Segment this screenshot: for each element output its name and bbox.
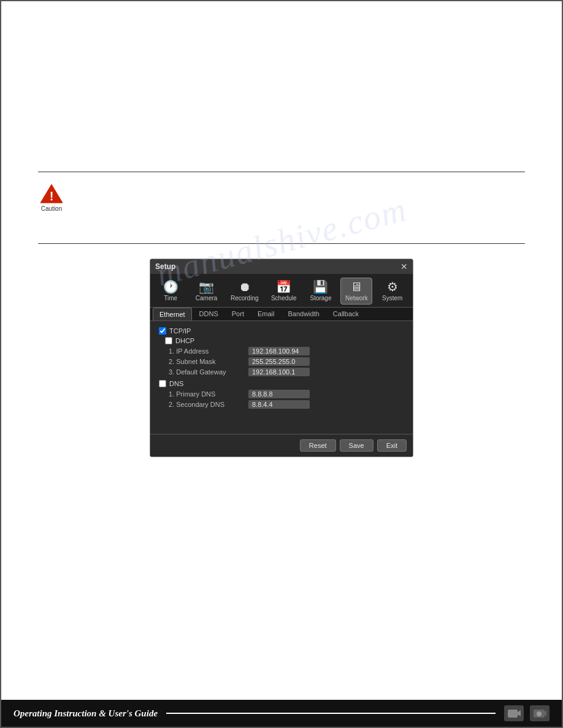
subnet-mask-value: 255.255.255.0: [248, 357, 310, 366]
bottom-section: Setup ✕ 🕐 Time 📷 Camera ⏺ Recording: [38, 259, 525, 457]
bottom-divider: [38, 243, 525, 244]
reset-button[interactable]: Reset: [300, 439, 336, 452]
setup-toolbar: 🕐 Time 📷 Camera ⏺ Recording 📅 Schedule 💾: [150, 274, 413, 308]
caution-label: Caution: [41, 205, 62, 212]
setup-title: Setup: [155, 262, 175, 271]
tab-callback[interactable]: Callback: [327, 308, 365, 320]
storage-icon: 💾: [313, 281, 328, 293]
primary-dns-number: 1. Primary DNS: [169, 390, 248, 398]
toolbar-item-time[interactable]: 🕐 Time: [155, 278, 186, 305]
secondary-dns-row: 2. Secondary DNS 8.8.4.4: [159, 400, 404, 409]
ip-address-value: 192.168.100.94: [248, 347, 310, 355]
svg-marker-5: [545, 710, 546, 716]
exit-button[interactable]: Exit: [377, 439, 407, 452]
ip-address-row: 1. IP Address 192.168.100.94: [159, 347, 404, 355]
dhcp-row: DHCP: [159, 337, 404, 344]
footer-title: Operating Instruction & User's Guide: [13, 708, 158, 719]
setup-content: TCP/IP DHCP 1. IP Address 192.168.100.94…: [150, 321, 413, 434]
tab-bandwidth[interactable]: Bandwidth: [282, 308, 325, 320]
camera-icon: 📷: [199, 281, 214, 293]
tcpip-checkbox[interactable]: [159, 327, 166, 335]
tcpip-row: TCP/IP: [159, 327, 404, 335]
subnet-mask-row: 2. Subnet Mask 255.255.255.0: [159, 357, 404, 366]
footer-bar: Operating Instruction & User's Guide: [1, 700, 562, 727]
toolbar-label-camera: Camera: [196, 295, 218, 301]
svg-point-6: [537, 711, 542, 716]
toolbar-item-system[interactable]: ⚙ System: [377, 278, 408, 305]
system-icon: ⚙: [387, 281, 398, 293]
toolbar-label-system: System: [382, 295, 402, 301]
setup-footer: Reset Save Exit: [150, 434, 413, 457]
primary-dns-value: 8.8.8.8: [248, 390, 310, 398]
clock-icon: 🕐: [163, 281, 178, 293]
close-button[interactable]: ✕: [400, 262, 408, 271]
tab-ethernet[interactable]: Ethernet: [153, 308, 192, 320]
caution-icon-wrap: ! Caution: [38, 183, 65, 212]
footer-icons: [504, 705, 550, 721]
recording-icon: ⏺: [239, 281, 251, 293]
network-icon: 🖥: [350, 281, 362, 293]
toolbar-item-network[interactable]: 🖥 Network: [340, 278, 372, 305]
toolbar-item-recording[interactable]: ⏺ Recording: [226, 278, 263, 305]
top-divider: [38, 172, 525, 172]
save-button[interactable]: Save: [340, 439, 373, 452]
default-gateway-number: 3. Default Gateway: [169, 368, 248, 376]
ip-address-number: 1. IP Address: [169, 347, 248, 355]
schedule-icon: 📅: [276, 281, 291, 293]
default-gateway-value: 192.168.100.1: [248, 368, 310, 376]
tab-port[interactable]: Port: [226, 308, 250, 320]
dhcp-label: DHCP: [175, 337, 194, 344]
footer-icon-2: [530, 705, 550, 721]
svg-marker-3: [518, 710, 521, 716]
subnet-mask-number: 2. Subnet Mask: [169, 358, 248, 365]
setup-dialog: Setup ✕ 🕐 Time 📷 Camera ⏺ Recording: [150, 259, 413, 457]
camera-large-icon: [533, 708, 546, 719]
toolbar-label-schedule: Schedule: [271, 295, 297, 301]
toolbar-label-storage: Storage: [310, 295, 331, 301]
page: manualshive.com ! Caution Setup ✕: [0, 0, 563, 728]
tab-ddns[interactable]: DDNS: [193, 308, 224, 320]
toolbar-item-schedule[interactable]: 📅 Schedule: [267, 278, 301, 305]
svg-rect-2: [508, 710, 518, 718]
toolbar-label-time: Time: [164, 295, 177, 301]
dns-label: DNS: [169, 380, 183, 387]
primary-dns-row: 1. Primary DNS 8.8.8.8: [159, 390, 404, 398]
caution-triangle-icon: !: [40, 183, 63, 204]
footer-line: [166, 713, 496, 714]
dns-row: DNS: [159, 380, 404, 387]
dns-checkbox[interactable]: [159, 380, 166, 387]
tcpip-label: TCP/IP: [169, 327, 191, 335]
toolbar-label-recording: Recording: [231, 295, 259, 301]
caution-section: ! Caution: [38, 183, 525, 232]
toolbar-item-camera[interactable]: 📷 Camera: [191, 278, 223, 305]
camera-small-icon: [507, 708, 521, 719]
setup-titlebar: Setup ✕: [150, 259, 413, 274]
secondary-dns-number: 2. Secondary DNS: [169, 401, 248, 408]
caution-text: [75, 183, 525, 186]
secondary-dns-value: 8.8.4.4: [248, 400, 310, 409]
svg-text:!: !: [50, 189, 54, 203]
top-text-area: [38, 26, 525, 161]
toolbar-item-storage[interactable]: 💾 Storage: [305, 278, 337, 305]
toolbar-label-network: Network: [345, 295, 368, 301]
default-gateway-row: 3. Default Gateway 192.168.100.1: [159, 368, 404, 376]
dhcp-checkbox[interactable]: [165, 337, 172, 344]
footer-icon-1: [504, 705, 524, 721]
tab-email[interactable]: Email: [251, 308, 281, 320]
setup-tabs: Ethernet DDNS Port Email Bandwidth Callb…: [150, 308, 413, 321]
